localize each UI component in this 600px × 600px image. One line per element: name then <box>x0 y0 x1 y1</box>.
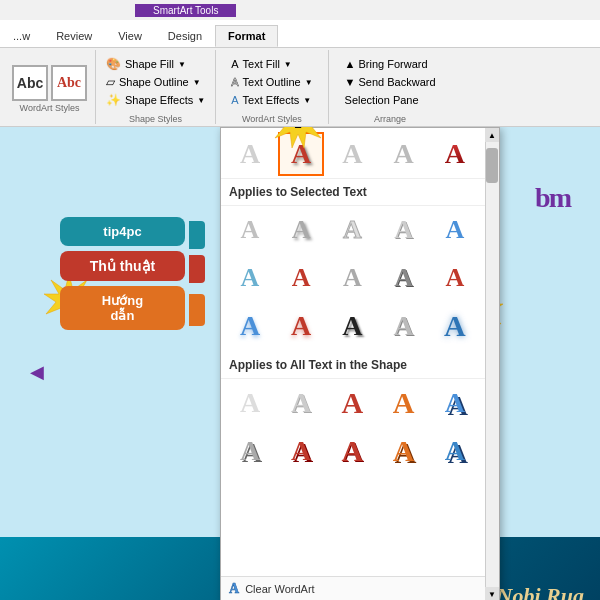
wordart-cell-0-4[interactable]: A <box>432 132 478 176</box>
wc-3-0[interactable]: A <box>227 304 273 348</box>
shape-tip4pc[interactable]: tip4pc <box>60 217 185 246</box>
wordart-row-5: A A A A A <box>221 427 499 475</box>
wc-4-2[interactable]: A <box>329 381 375 425</box>
clear-wordart-btn[interactable]: A Clear WordArt <box>221 576 499 600</box>
wc-5-1[interactable]: A <box>278 429 324 473</box>
shape-huong-dan[interactable]: Hướng dẫn <box>60 286 185 330</box>
wc-3-2[interactable]: A <box>329 304 375 348</box>
tab-view[interactable]: View <box>105 25 155 47</box>
shape-controls: 🎨 Shape Fill ▼ ▱ Shape Outline ▼ ✨ Shape… <box>102 52 209 112</box>
svg-text:2: 2 <box>294 127 301 131</box>
shape-outline-btn[interactable]: ▱ Shape Outline ▼ <box>102 74 209 90</box>
abc-button-2[interactable]: Abc <box>51 65 87 101</box>
wc-4-3[interactable]: A <box>381 381 427 425</box>
send-backward-btn[interactable]: ▼ Send Backward <box>339 74 442 90</box>
bring-forward-btn[interactable]: ▲ Bring Forward <box>339 56 442 72</box>
scroll-down-btn[interactable]: ▼ <box>485 587 499 600</box>
selection-pane-btn[interactable]: Selection Pane <box>339 92 442 108</box>
scroll-up-btn[interactable]: ▲ <box>485 128 499 142</box>
wordart-cell-0-2[interactable]: A <box>329 132 375 176</box>
dropdown-arrow: ▼ <box>284 60 292 69</box>
wc-2-4[interactable]: A <box>432 256 478 300</box>
wc-1-0[interactable]: A <box>227 208 273 252</box>
wordart-cell-0-3[interactable]: A <box>381 132 427 176</box>
ribbon-tab-bar: ...w Review View Design Format <box>0 20 600 48</box>
wc-3-4[interactable]: A <box>432 304 478 348</box>
ribbon-content: Abc Abc WordArt Styles 🎨 Shape Fill ▼ ▱ … <box>0 48 600 126</box>
bring-forward-icon: ▲ <box>345 58 356 70</box>
wordart-row-4: A A A A A <box>221 379 499 427</box>
shape-fill-btn[interactable]: 🎨 Shape Fill ▼ <box>102 56 209 72</box>
nav-arrow-left[interactable]: ◀ <box>30 361 44 383</box>
abc-button-1[interactable]: Abc <box>12 65 48 101</box>
chevron-icon-2: ▼ <box>193 78 201 87</box>
section1-header: Applies to Selected Text <box>221 179 499 206</box>
starburst-2[interactable]: 2 <box>271 127 325 150</box>
wordart-cell-0-0[interactable]: A <box>227 132 273 176</box>
wc-1-3[interactable]: A <box>381 208 427 252</box>
text-outline-icon: A <box>231 76 238 88</box>
main-area: ◀ 1 tip4pc Thủ thuật <box>0 127 600 600</box>
wc-3-3[interactable]: A <box>381 304 427 348</box>
wc-5-4[interactable]: A <box>432 429 478 473</box>
send-backward-icon: ▼ <box>345 76 356 88</box>
wc-1-1[interactable]: A <box>278 208 324 252</box>
chevron-icon: ▼ <box>178 60 186 69</box>
scrollbar-track[interactable]: ▲ ▼ <box>485 128 499 600</box>
wc-4-4[interactable]: A <box>432 381 478 425</box>
shape-group: 🎨 Shape Fill ▼ ▱ Shape Outline ▼ ✨ Shape… <box>96 50 216 124</box>
wc-1-4[interactable]: A <box>432 208 478 252</box>
effects-icon: ✨ <box>106 93 121 107</box>
fill-icon: 🎨 <box>106 57 121 71</box>
wc-4-0[interactable]: A <box>227 381 273 425</box>
wc-2-2[interactable]: A <box>329 256 375 300</box>
arrange-controls: ▲ Bring Forward ▼ Send Backward Selectio… <box>335 52 446 112</box>
wc-3-1[interactable]: A <box>278 304 324 348</box>
top-wordart-row: A A A A A <box>221 128 499 179</box>
tab-format[interactable]: Format <box>215 25 278 47</box>
wc-2-1[interactable]: A <box>278 256 324 300</box>
section2-header: Applies to All Text in the Shape <box>221 352 499 379</box>
text-fill-icon: A <box>231 58 238 70</box>
smartart-container: tip4pc Thủ thuật Hướng dẫn <box>60 217 185 330</box>
clear-wordart-icon: A <box>229 581 239 597</box>
wc-5-2[interactable]: A <box>329 429 375 473</box>
arrange-group: ▲ Bring Forward ▼ Send Backward Selectio… <box>329 50 452 124</box>
shape-group-label: Shape Styles <box>129 112 182 124</box>
scrollbar-thumb[interactable] <box>486 148 498 183</box>
tab-w[interactable]: ...w <box>0 25 43 47</box>
text-effects-icon: A <box>231 94 238 106</box>
ribbon-container: SmartArt Tools ...w Review View Design F… <box>0 0 600 127</box>
smartart-tools-label: SmartArt Tools <box>135 4 236 17</box>
shape-thu-thuat[interactable]: Thủ thuật <box>60 251 185 281</box>
wordart-row-1: A A A A A <box>221 206 499 254</box>
wordart-row-3: A A A A A <box>221 302 499 350</box>
wc-2-3[interactable]: A <box>381 256 427 300</box>
wc-2-0[interactable]: A <box>227 256 273 300</box>
slide-area: ◀ 1 tip4pc Thủ thuật <box>0 127 600 600</box>
text-effects-btn[interactable]: A Text Effects ▼ <box>226 92 317 108</box>
text-group: A Text Fill ▼ A Text Outline ▼ A Text Ef… <box>216 50 328 124</box>
arrange-group-label: Arrange <box>374 112 406 124</box>
wordart-row-2: A A A A A <box>221 254 499 302</box>
dropdown-arrow-2: ▼ <box>305 78 313 87</box>
wc-5-0[interactable]: A <box>227 429 273 473</box>
text-outline-btn[interactable]: A Text Outline ▼ <box>226 74 317 90</box>
wc-4-1[interactable]: A <box>278 381 324 425</box>
text-controls: A Text Fill ▼ A Text Outline ▼ A Text Ef… <box>222 52 321 112</box>
abc-buttons: Abc Abc <box>12 65 87 101</box>
dropdown-arrow-3: ▼ <box>303 96 311 105</box>
tab-design[interactable]: Design <box>155 25 215 47</box>
bm-text: bm <box>535 182 570 214</box>
outline-icon: ▱ <box>106 75 115 89</box>
text-fill-btn[interactable]: A Text Fill ▼ <box>226 56 317 72</box>
wordart-styles-group: Abc Abc WordArt Styles <box>4 50 96 124</box>
wordart-dropdown-panel: 2 A A A A A Applies to Selected Text A A… <box>220 127 500 600</box>
tab-review[interactable]: Review <box>43 25 105 47</box>
chevron-icon-3: ▼ <box>197 96 205 105</box>
wc-5-3[interactable]: A <box>381 429 427 473</box>
text-group-label: WordArt Styles <box>242 112 302 124</box>
wc-1-2[interactable]: A <box>329 208 375 252</box>
shape-effects-btn[interactable]: ✨ Shape Effects ▼ <box>102 92 209 108</box>
